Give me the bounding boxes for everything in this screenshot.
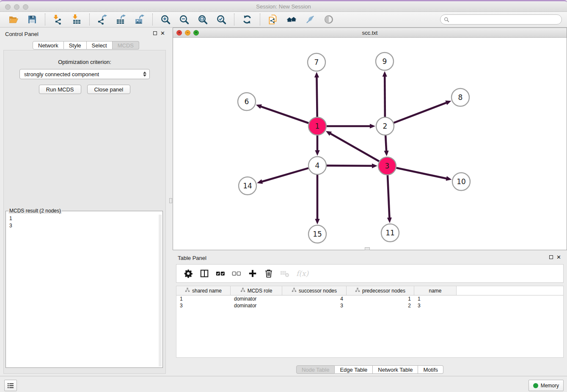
column-header-name[interactable]: name (414, 286, 457, 295)
table-cell[interactable]: 3 (282, 302, 347, 309)
column-header-successor-nodes[interactable]: successor nodes (282, 286, 347, 295)
tab-edge-table[interactable]: Edge Table (335, 365, 373, 374)
panel-splitter[interactable] (169, 28, 173, 376)
save-button[interactable] (27, 14, 38, 25)
table-row[interactable]: 3dominator323 (176, 302, 563, 309)
table-panel-close-icon[interactable]: ✕ (556, 255, 561, 259)
fx-button[interactable]: f(x) (295, 267, 308, 280)
tab-node-table[interactable]: Node Table (296, 365, 335, 374)
graph-edge-3-11[interactable] (387, 175, 392, 223)
tab-network[interactable]: Network (33, 41, 64, 50)
graph-edge-4-15[interactable] (315, 175, 319, 224)
column-header-shared-name[interactable]: shared name (176, 286, 231, 295)
mcds-result-area[interactable]: 13 (7, 215, 162, 367)
splitter-grip[interactable] (169, 198, 172, 203)
zoom-selected-button[interactable] (216, 14, 227, 25)
table-cell[interactable]: 3 (414, 302, 457, 309)
graph-node-4[interactable]: 4 (308, 157, 326, 174)
graph-edge-2-3[interactable] (384, 135, 388, 156)
memory-button[interactable]: Memory (528, 380, 564, 391)
tab-style[interactable]: Style (64, 41, 87, 50)
tab-select[interactable]: Select (87, 41, 113, 50)
graph-edge-1-6[interactable] (256, 105, 308, 123)
zoom-out-button[interactable] (179, 14, 190, 25)
column-label: MCDS role (248, 288, 272, 294)
graph-node-9[interactable]: 9 (376, 52, 394, 70)
select-all-icon (216, 269, 225, 278)
graph-edge-2-9[interactable] (383, 71, 387, 117)
network-canvas[interactable]: 7968124314101511 (173, 38, 567, 250)
table-panel-float-button[interactable] (549, 255, 553, 259)
show-button[interactable] (323, 14, 334, 25)
network-resize-grip[interactable] (365, 247, 370, 250)
delete-table-button[interactable] (279, 267, 292, 280)
table-cell[interactable]: 1 (414, 295, 457, 302)
select-all-button[interactable] (215, 267, 227, 280)
result-scrollbar[interactable] (159, 215, 162, 367)
graph-edge-4-3[interactable] (327, 163, 377, 168)
graph-edge-1-7[interactable] (314, 72, 319, 117)
graph-node-8[interactable]: 8 (451, 88, 469, 106)
column-header-MCDS-role[interactable]: MCDS role (231, 286, 282, 295)
control-panel-float-button[interactable] (153, 31, 157, 35)
graph-node-14[interactable]: 14 (239, 177, 256, 195)
tab-motifs[interactable]: Motifs (418, 365, 443, 374)
hide-labels-button[interactable] (305, 14, 316, 25)
table-row[interactable]: 1dominator411 (176, 295, 563, 302)
table-panel: Table Panel ✕ f(x) shared nameMCDS roles… (173, 250, 567, 376)
zoom-fit-button[interactable] (197, 14, 208, 25)
graph-node-11[interactable]: 11 (381, 224, 399, 242)
export-image-button[interactable] (134, 14, 145, 25)
table-cell[interactable]: 3 (176, 302, 231, 309)
graph-node-2[interactable]: 2 (376, 117, 394, 135)
table-cell[interactable]: 1 (347, 295, 414, 302)
graph-edge-3-10[interactable] (396, 168, 452, 181)
import-network-button[interactable] (52, 14, 63, 25)
criterion-select[interactable]: strongly connected component (19, 69, 150, 79)
split-panel-button[interactable] (198, 267, 211, 280)
search-input[interactable] (451, 16, 558, 23)
zoom-in-button[interactable] (160, 14, 171, 25)
tab-mcds[interactable]: MCDS (113, 41, 139, 50)
graph-node-10[interactable]: 10 (452, 173, 470, 190)
deselect-all-button[interactable] (231, 267, 243, 280)
delete-button[interactable] (263, 267, 275, 280)
table-cell[interactable]: 2 (347, 302, 414, 309)
search-box[interactable] (440, 14, 562, 25)
zoom-out-icon (179, 14, 189, 25)
graph-node-6[interactable]: 6 (238, 93, 256, 110)
graph-edge-3-1[interactable] (326, 131, 379, 161)
table-cell[interactable]: 4 (282, 295, 347, 302)
graph-node-7[interactable]: 7 (308, 53, 325, 71)
table-cell[interactable]: dominator (231, 302, 282, 309)
table-cell[interactable]: 1 (176, 295, 231, 302)
graph-node-1[interactable]: 1 (308, 117, 326, 135)
export-network-button[interactable] (97, 14, 108, 25)
add-button[interactable] (247, 267, 259, 280)
close-panel-button[interactable]: Close panel (87, 85, 131, 94)
refresh-button[interactable] (242, 14, 253, 25)
home-button[interactable] (286, 14, 297, 25)
graph-edge-4-14[interactable] (257, 168, 308, 184)
export-table-button[interactable] (116, 14, 127, 25)
network-window-titlebar[interactable]: × − + scc.txt (173, 28, 567, 38)
tab-network-table[interactable]: Network Table (373, 365, 418, 374)
table-cell[interactable]: dominator (231, 295, 282, 302)
graph-node-3[interactable]: 3 (378, 157, 396, 175)
control-panel-close-icon[interactable]: ✕ (160, 31, 165, 36)
zoom-in-icon (160, 14, 171, 25)
graph-edge-1-4[interactable] (315, 135, 319, 156)
node-label: 15 (313, 230, 322, 238)
open-button[interactable] (8, 14, 19, 25)
graph-node-15[interactable]: 15 (308, 225, 326, 243)
graph-edge-2-8[interactable] (394, 101, 451, 123)
column-header-predecessor-nodes[interactable]: predecessor nodes (347, 286, 414, 295)
graph-edge-1-2[interactable] (327, 124, 375, 128)
task-history-button[interactable] (4, 380, 17, 391)
node-table: shared nameMCDS rolesuccessor nodesprede… (176, 286, 564, 358)
clone-network-button[interactable] (267, 14, 278, 25)
node-label: 8 (458, 93, 463, 102)
import-table-button[interactable] (71, 14, 82, 25)
settings-button[interactable] (182, 267, 195, 280)
run-mcds-button[interactable]: Run MCDS (39, 85, 81, 94)
